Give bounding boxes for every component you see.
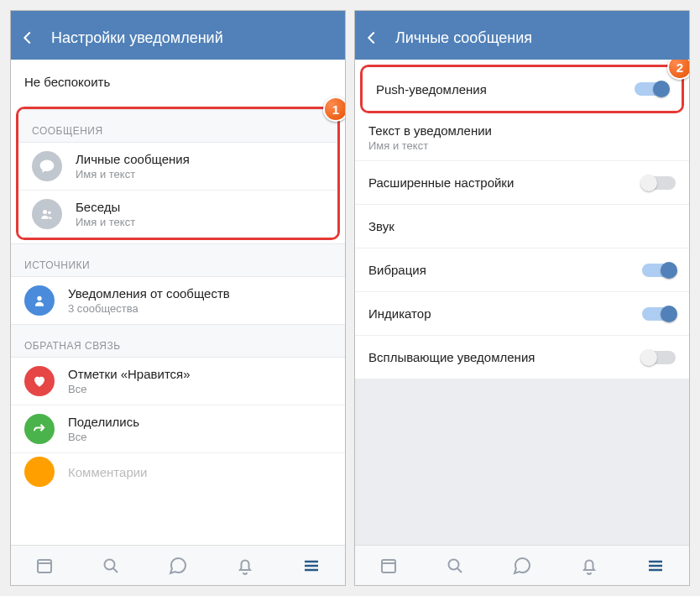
row-communities[interactable]: Уведомления от сообществ 3 сообщества — [11, 277, 345, 324]
nav-bell-icon[interactable] — [234, 555, 256, 577]
row-text-in-notif[interactable]: Текст в уведомлении Имя и текст — [355, 115, 689, 160]
nav-feed-icon[interactable] — [378, 555, 400, 577]
push-toggle[interactable] — [635, 82, 668, 96]
push-label: Push-уведомления — [376, 82, 621, 97]
share-icon — [24, 414, 55, 444]
group-icon — [32, 199, 62, 229]
section-feedback: ОБРАТНАЯ СВЯЗЬ — [11, 324, 345, 358]
content-area: Push-уведомления 2 Текст в уведомлении И… — [355, 60, 689, 545]
advanced-toggle[interactable] — [642, 176, 676, 190]
reposts-title: Поделились — [68, 415, 332, 429]
row-push[interactable]: Push-уведомления — [363, 67, 682, 111]
comments-title: Комментарии — [68, 465, 332, 479]
dnd-label: Не беспокоить — [24, 75, 332, 89]
svg-point-4 — [105, 559, 115, 569]
row-likes[interactable]: Отметки «Нравится» Все — [11, 358, 345, 405]
svg-point-2 — [37, 296, 41, 301]
left-phone: Настройки уведомлений Не беспокоить СООБ… — [10, 10, 346, 586]
row-sound[interactable]: Звук — [355, 204, 689, 248]
svg-point-0 — [43, 210, 47, 214]
reposts-sub: Все — [68, 431, 332, 443]
pm-title: Личные сообщения — [76, 152, 324, 166]
row-chats[interactable]: Беседы Имя и текст — [18, 190, 337, 238]
right-phone: Личные сообщения Push-уведомления 2 Текс… — [354, 10, 690, 586]
row-comments[interactable]: Комментарии — [11, 452, 345, 487]
content-area: Не беспокоить СООБЩЕНИЯ Личные сообщения… — [11, 60, 345, 545]
section-messages: СООБЩЕНИЯ — [18, 109, 337, 143]
indicator-toggle[interactable] — [642, 307, 676, 321]
dnd-row[interactable]: Не беспокоить — [11, 60, 345, 103]
app-bar: Настройки уведомлений — [11, 16, 345, 60]
section-sources: ИСТОЧНИКИ — [11, 243, 345, 277]
nav-menu-icon[interactable] — [645, 555, 666, 577]
empty-area — [355, 379, 689, 545]
back-icon[interactable] — [18, 28, 38, 48]
row-reposts[interactable]: Поделились Все — [11, 405, 345, 452]
sound-label: Звук — [368, 219, 676, 233]
communities-sub: 3 сообщества — [68, 302, 332, 315]
callout-badge-1: 1 — [323, 97, 345, 122]
nav-bell-icon[interactable] — [578, 555, 600, 577]
nav-feed-icon[interactable] — [34, 555, 55, 577]
nav-search-icon[interactable] — [444, 555, 466, 577]
nav-search-icon[interactable] — [100, 555, 122, 577]
community-icon — [24, 285, 55, 316]
appbar-title: Личные сообщения — [395, 29, 532, 47]
row-personal-messages[interactable]: Личные сообщения Имя и текст — [18, 143, 337, 190]
vibration-toggle[interactable] — [642, 264, 676, 277]
svg-point-6 — [449, 559, 459, 569]
pm-sub: Имя и текст — [76, 168, 324, 180]
nav-menu-icon[interactable] — [300, 555, 322, 577]
text-in-notif-sub: Имя и текст — [368, 139, 676, 152]
bottom-nav — [11, 545, 345, 585]
likes-sub: Все — [68, 383, 332, 395]
row-indicator[interactable]: Индикатор — [355, 291, 689, 335]
app-bar: Личные сообщения — [355, 16, 689, 60]
svg-point-1 — [48, 212, 51, 215]
likes-title: Отметки «Нравится» — [68, 367, 332, 381]
chats-sub: Имя и текст — [76, 216, 324, 228]
svg-rect-5 — [382, 560, 395, 572]
nav-messages-icon[interactable] — [167, 555, 189, 577]
back-icon[interactable] — [362, 28, 382, 48]
appbar-title: Настройки уведомлений — [51, 29, 223, 47]
bottom-nav — [355, 545, 689, 585]
popup-label: Всплывающие уведомления — [368, 350, 629, 364]
popup-toggle[interactable] — [642, 351, 676, 364]
indicator-label: Индикатор — [368, 306, 629, 321]
message-icon — [32, 151, 62, 181]
vibration-label: Вибрация — [368, 263, 629, 277]
chats-title: Беседы — [76, 200, 324, 214]
text-in-notif-title: Текст в уведомлении — [368, 123, 676, 138]
comment-icon — [24, 457, 55, 487]
nav-messages-icon[interactable] — [511, 555, 533, 577]
row-popup[interactable]: Всплывающие уведомления — [355, 335, 689, 379]
svg-rect-3 — [38, 560, 51, 572]
heart-icon — [24, 366, 55, 396]
advanced-label: Расширенные настройки — [368, 175, 629, 190]
row-advanced[interactable]: Расширенные настройки — [355, 160, 689, 204]
communities-title: Уведомления от сообществ — [68, 286, 332, 301]
row-vibration[interactable]: Вибрация — [355, 248, 689, 291]
